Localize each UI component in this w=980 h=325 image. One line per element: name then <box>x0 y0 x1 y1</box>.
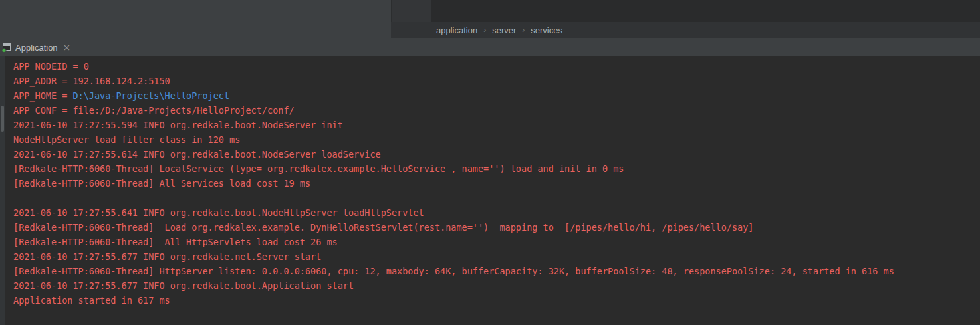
left-scrollbar-track[interactable] <box>0 56 5 325</box>
log-text: [Redkale-HTTP:6060-Thread] Load org.redk… <box>13 222 754 233</box>
ide-root: application›server›services Application … <box>0 0 980 325</box>
scrollbar-thumb[interactable] <box>1 106 4 132</box>
log-text: APP_ADDR = 192.168.124.2:5150 <box>13 76 170 86</box>
console-line: APP_HOME = D:\Java-Projects\HelloProject <box>13 88 980 103</box>
console-line: 2021-06-10 17:27:55.594 INFO org.redkale… <box>13 118 980 132</box>
console-line: APP_ADDR = 192.168.124.2:5150 <box>13 74 980 88</box>
log-text: 2021-06-10 17:27:55.677 INFO org.redkale… <box>13 251 321 262</box>
console-line: APP_NODEID = 0 <box>13 59 980 74</box>
log-text: [Redkale-HTTP:6060-Thread] All Services … <box>13 178 310 189</box>
console-line: [Redkale-HTTP:6060-Thread] LocalService … <box>13 162 980 176</box>
log-text: NodeHttpServer load filter class in 120 … <box>13 134 240 145</box>
file-path-link[interactable]: D:\Java-Projects\HelloProject <box>72 90 229 101</box>
log-text: APP_CONF = file:/D:/Java-Projects/HelloP… <box>13 105 295 116</box>
console-line: [Redkale-HTTP:6060-Thread] HttpServer li… <box>13 264 980 278</box>
console-line: APP_CONF = file:/D:/Java-Projects/HelloP… <box>13 103 980 118</box>
tab-application[interactable]: Application × <box>1 39 70 55</box>
log-text: 2021-06-10 17:27:55.594 INFO org.redkale… <box>13 120 343 130</box>
console-line: NodeHttpServer load filter class in 120 … <box>13 132 980 147</box>
close-icon[interactable]: × <box>63 43 71 52</box>
log-text: 2021-06-10 17:27:55.677 INFO org.redkale… <box>13 280 354 291</box>
log-text: APP_NODEID = 0 <box>13 61 89 72</box>
console-line: [Redkale-HTTP:6060-Thread] Load org.redk… <box>13 220 980 235</box>
log-text: APP_HOME = <box>13 90 72 101</box>
editor-pane <box>431 0 980 22</box>
console-line: [Redkale-HTTP:6060-Thread] All HttpServl… <box>13 235 980 249</box>
console-line: 2021-06-10 17:27:55.641 INFO org.redkale… <box>13 205 980 220</box>
run-tool-window-tabbar: Application × <box>0 38 980 56</box>
console-line <box>13 191 980 205</box>
editor-pane-edge <box>391 0 431 22</box>
console-line: 2021-06-10 17:27:55.614 INFO org.redkale… <box>13 147 980 162</box>
log-text: [Redkale-HTTP:6060-Thread] LocalService … <box>13 163 624 174</box>
breadcrumb-separator: › <box>522 25 525 35</box>
breadcrumb-item-services[interactable]: services <box>531 25 562 35</box>
log-text: [Redkale-HTTP:6060-Thread] All HttpServl… <box>13 237 338 247</box>
tab-label: Application <box>15 43 58 53</box>
console-output[interactable]: APP_NODEID = 0APP_ADDR = 192.168.124.2:5… <box>5 59 980 325</box>
log-text: Application started in 617 ms <box>13 295 170 306</box>
console-line: 2021-06-10 17:27:55.677 INFO org.redkale… <box>13 278 980 293</box>
console-line: 2021-06-10 17:27:55.677 INFO org.redkale… <box>13 249 980 264</box>
console-icon <box>1 42 12 53</box>
breadcrumb: application›server›services <box>391 22 980 38</box>
breadcrumb-item-server[interactable]: server <box>492 25 516 35</box>
console-line: [Redkale-HTTP:6060-Thread] All Services … <box>13 176 980 191</box>
breadcrumb-item-application[interactable]: application <box>436 25 477 35</box>
log-text: [Redkale-HTTP:6060-Thread] HttpServer li… <box>13 266 894 276</box>
log-text: 2021-06-10 17:27:55.614 INFO org.redkale… <box>13 149 381 160</box>
tool-window-header-area <box>0 0 391 38</box>
log-text: 2021-06-10 17:27:55.641 INFO org.redkale… <box>13 207 424 218</box>
console-line: Application started in 617 ms <box>13 293 980 308</box>
breadcrumb-separator: › <box>483 25 486 35</box>
console-panel: APP_NODEID = 0APP_ADDR = 192.168.124.2:5… <box>0 56 980 325</box>
